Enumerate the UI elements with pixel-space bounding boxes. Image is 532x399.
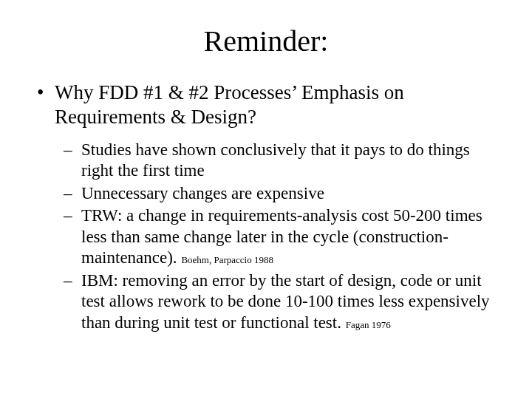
- bullet-list: Why FDD #1 & #2 Processes’ Emphasis on R…: [33, 81, 499, 129]
- sub-bullet-text: IBM: removing an error by the start of d…: [81, 271, 490, 332]
- slide: Reminder: Why FDD #1 & #2 Processes’ Emp…: [0, 0, 532, 399]
- bullet-text: Why FDD #1 & #2 Processes’ Emphasis on R…: [55, 81, 404, 128]
- sub-bullet-item: IBM: removing an error by the start of d…: [59, 270, 499, 334]
- bullet-item: Why FDD #1 & #2 Processes’ Emphasis on R…: [33, 81, 499, 129]
- citation: Fagan 1976: [346, 319, 391, 330]
- slide-title: Reminder:: [33, 24, 499, 58]
- citation: Boehm, Parpaccio 1988: [181, 254, 273, 265]
- sub-bullet-text: Studies have shown conclusively that it …: [81, 140, 470, 180]
- sub-bullet-item: TRW: a change in requirements-analysis c…: [59, 205, 499, 269]
- sub-bullet-item: Unnecessary changes are expensive: [59, 183, 499, 205]
- sub-bullet-text: Unnecessary changes are expensive: [81, 184, 324, 202]
- sub-bullet-list: Studies have shown conclusively that it …: [59, 140, 499, 334]
- sub-bullet-item: Studies have shown conclusively that it …: [59, 140, 499, 182]
- sub-bullet-text: TRW: a change in requirements-analysis c…: [81, 206, 482, 267]
